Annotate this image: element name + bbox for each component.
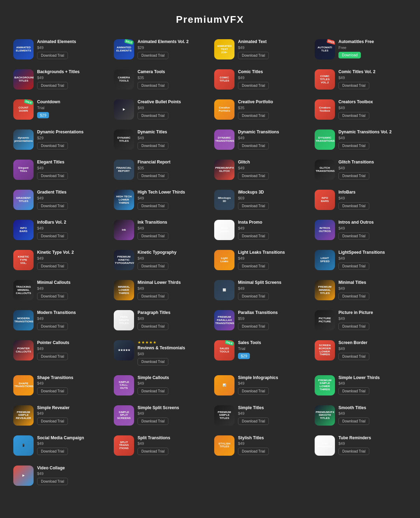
- download-btn-screen-border[interactable]: Download Trial: [338, 353, 369, 360]
- icon-label-dynamic-presentations: dynamic presentations: [14, 136, 33, 143]
- download-btn-stylish-titles[interactable]: Download Trial: [238, 448, 269, 455]
- product-price-screen-border: $49: [338, 346, 407, 351]
- download-btn-glitch-transitions[interactable]: Download Trial: [338, 172, 369, 180]
- download-btn-infobars[interactable]: Download Trial: [338, 202, 369, 210]
- icon-label-parallax-transitions: PREMIUM PARALLAX TRANSITIONS: [215, 316, 233, 325]
- icon-label-kinetic-typography: PREMIUM KINETIC TYPOGRAPHY: [115, 255, 133, 265]
- download-btn-light-leaks[interactable]: Download Trial: [238, 262, 269, 270]
- download-btn-dynamic-presentations[interactable]: Download Trial: [37, 142, 68, 149]
- download-btn-insta-promo[interactable]: Download Trial: [238, 232, 269, 240]
- download-btn-lightspeed[interactable]: Download Trial: [338, 262, 369, 270]
- download-btn-dynamic-transitions[interactable]: Download Trial: [238, 142, 269, 149]
- download-btn-parallax-transitions[interactable]: Download Trial: [238, 323, 269, 330]
- product-info-creators-toolbox: Creators Toolbox$49Download Trial: [338, 99, 407, 119]
- product-info-countdown: CountdownTrial$29: [37, 99, 105, 118]
- download-btn-video-collage[interactable]: Download Trial: [37, 478, 68, 485]
- product-price-sales-tools: Trial: [238, 346, 306, 351]
- product-name-social-media: Social Media Campaign: [37, 435, 105, 441]
- download-btn-social-media[interactable]: Download Trial: [37, 448, 68, 455]
- product-price-split-transitions: $49: [138, 441, 206, 446]
- download-btn-animated-text[interactable]: Download Trial: [238, 52, 269, 59]
- download-btn-modern-transitions[interactable]: Download Trial: [37, 323, 68, 330]
- product-info-comic-titles-v2: Comic Titles Vol. 2$49Download Trial: [338, 69, 407, 89]
- download-btn-simple-titles[interactable]: Download Trial: [238, 418, 269, 425]
- product-info-shape-transitions: Shape Transitions$49Download Trial: [37, 375, 105, 395]
- download-btn-simple-infographics[interactable]: Download Trial: [238, 387, 269, 395]
- download-btn-animated-elements[interactable]: Download Trial: [37, 52, 68, 59]
- download-btn-intros-outros[interactable]: Download Trial: [338, 232, 369, 240]
- product-price-kinetic-type-v2: $49: [37, 256, 105, 260]
- download-btn-minimal-split[interactable]: Download Trial: [238, 293, 269, 300]
- download-btn-gradient-titles[interactable]: Download Trial: [37, 202, 68, 210]
- download-btn-dynamic-transitions-v2[interactable]: Download Trial: [338, 142, 369, 149]
- download-btn-minimal-titles[interactable]: Download Trial: [338, 293, 369, 300]
- product-info-dynamic-transitions-v2: Dynamic Transitions Vol. 2$49Download Tr…: [338, 130, 407, 149]
- download-btn-paragraph-titles[interactable]: Download Trial: [138, 323, 168, 330]
- product-icon-tube-reminders: Tube Reminders: [315, 435, 335, 456]
- product-icon-dynamic-transitions: DYNAMIC TRANSITIONS: [214, 130, 234, 150]
- download-btn-simple-revealer[interactable]: Download Trial: [37, 418, 68, 425]
- product-item-simple-infographics: 📊Simple Infographics$49Download Trial: [211, 372, 309, 399]
- download-btn-elegant-titles[interactable]: Download Trial: [37, 172, 68, 180]
- product-info-intros-outros: Intros and Outros$49Download Trial: [338, 220, 407, 240]
- product-price-smooth-titles: $49: [338, 411, 407, 415]
- product-name-picture-in-picture: Picture in Picture: [338, 310, 407, 316]
- product-name-minimal-callouts: Minimal Callouts: [37, 280, 105, 286]
- download-btn-imockups[interactable]: Download Trial: [238, 202, 269, 210]
- product-name-dynamic-presentations: Dynamic Presentations: [37, 130, 105, 135]
- icon-label-intros-outros: INTROS OUTROS: [316, 227, 334, 233]
- download-btn-smooth-titles[interactable]: Download Trial: [338, 418, 369, 425]
- download-btn-pointer-callouts[interactable]: Download Trial: [37, 353, 68, 360]
- download-btn-minimal-callouts[interactable]: Download Trial: [37, 293, 68, 300]
- download-btn-picture-in-picture[interactable]: Download Trial: [338, 323, 369, 330]
- download-btn-infobars-v2[interactable]: Download Trial: [37, 232, 68, 240]
- download-btn-simple-callouts[interactable]: Download Trial: [138, 387, 168, 395]
- product-name-parallax-transitions: Parallax Transitions: [238, 310, 306, 316]
- product-info-split-transitions: Split Transitions$49Download Trial: [138, 435, 206, 455]
- price-btn-countdown[interactable]: $29: [37, 112, 49, 118]
- download-btn-comic-titles[interactable]: Download Trial: [238, 82, 269, 89]
- download-btn-simple-split[interactable]: Download Trial: [138, 418, 168, 425]
- download-btn-camera-tools[interactable]: Download Trial: [138, 82, 168, 89]
- product-info-simple-infographics: Simple Infographics$49Download Trial: [238, 375, 306, 395]
- download-btn-reviews[interactable]: Download Trial: [138, 358, 168, 365]
- download-btn-creative-bullet[interactable]: Download Trial: [138, 112, 168, 119]
- download-btn-financial-report[interactable]: Download Trial: [138, 172, 168, 180]
- product-info-elegant-titles: Elegant Titles$49Download Trial: [37, 160, 105, 180]
- product-info-reviews: ★★★★★Reviews & Testimonials$49Download T…: [138, 340, 206, 365]
- product-price-reviews: $49: [138, 352, 206, 356]
- download-btn-ink-transitions[interactable]: Download Trial: [138, 232, 168, 240]
- product-name-infobars: InfoBars: [338, 190, 407, 195]
- download-btn-kinetic-type-v2[interactable]: Download Trial: [37, 262, 68, 270]
- product-item-smooth-titles: PREMIUMVFX SMOOTH TITLESSmooth Titles$49…: [312, 402, 410, 429]
- download-btn-high-tech[interactable]: Download Trial: [138, 202, 168, 210]
- product-icon-dynamic-presentations: dynamic presentations: [13, 130, 34, 150]
- download-btn-creative-portfolio[interactable]: Download Trial: [238, 112, 269, 119]
- product-item-kinetic-typography: PREMIUM KINETIC TYPOGRAPHYKinetic Typogr…: [111, 246, 209, 274]
- download-btn-comic-titles-v2[interactable]: Download Trial: [338, 82, 369, 89]
- product-icon-creators-toolbox: Creators Toolbox: [315, 99, 335, 120]
- product-icon-video-collage: ▶: [13, 465, 34, 486]
- product-icon-infobars: INFO BARS: [315, 190, 335, 210]
- download-btn-minimal-lower[interactable]: Download Trial: [138, 293, 168, 300]
- download-btn-tube-reminders[interactable]: Download Trial: [338, 448, 369, 455]
- product-price-imockups: $69: [238, 196, 306, 200]
- download-btn-creators-toolbox[interactable]: Download Trial: [338, 112, 369, 119]
- product-icon-dynamic-titles: DYNAMIC TITLES: [114, 130, 134, 150]
- download-btn-animated-elements-v2[interactable]: Download Trial: [138, 52, 168, 59]
- icon-label-video-collage: ▶: [14, 474, 33, 477]
- download-btn-dynamic-titles[interactable]: Download Trial: [138, 142, 168, 149]
- product-info-minimal-callouts: Minimal Callouts$49Download Trial: [37, 280, 105, 300]
- download-btn-shape-transitions[interactable]: Download Trial: [37, 387, 68, 395]
- price-btn-sales-tools[interactable]: $29: [238, 353, 250, 359]
- product-price-creative-bullet: $49: [138, 106, 206, 110]
- product-item-creators-toolbox: Creators ToolboxCreators Toolbox$49Downl…: [312, 96, 410, 123]
- download-btn-simple-lower[interactable]: Download Trial: [338, 387, 369, 395]
- download-btn-glitch[interactable]: Download Trial: [238, 172, 269, 180]
- icon-label-modern-transitions: MODERN TRANSITIONS: [14, 317, 33, 323]
- download-btn-split-transitions[interactable]: Download Trial: [138, 448, 168, 455]
- download-btn-automatitles[interactable]: Download: [338, 52, 361, 58]
- download-btn-kinetic-typography[interactable]: Download Trial: [138, 262, 168, 270]
- download-btn-backgrounds-titles[interactable]: Download Trial: [37, 82, 68, 89]
- product-item-parallax-transitions: PREMIUM PARALLAX TRANSITIONSParallax Tra…: [211, 307, 309, 334]
